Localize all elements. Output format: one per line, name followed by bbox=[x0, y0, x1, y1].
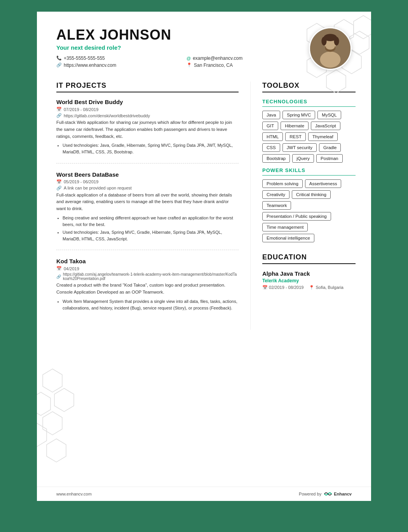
tag-javascript: JavaScript bbox=[311, 122, 340, 130]
svg-point-20 bbox=[321, 37, 326, 46]
tag-java: Java bbox=[262, 111, 280, 119]
project-3-title: Kod Takoa bbox=[56, 258, 239, 264]
project-3-bullets: Work Item Management System that provide… bbox=[56, 298, 239, 311]
location-icon: 📍 bbox=[187, 63, 192, 68]
tag-creativity: Creativity bbox=[262, 190, 289, 199]
phone-number: +355-5555-555-555 bbox=[64, 56, 105, 61]
tag-mysql: MySQL bbox=[317, 111, 341, 119]
brand-name: Enhancv bbox=[334, 492, 352, 496]
edu-degree: Alpha Java Track bbox=[262, 270, 356, 277]
svg-point-18 bbox=[326, 44, 335, 50]
project-2-title: Worst Beers DataBase bbox=[56, 171, 239, 178]
location-text: San Francisco, CA bbox=[194, 63, 233, 68]
power-skills-subtitle: POWER SKILLS bbox=[262, 167, 356, 176]
project-3-link: 🔗 https://gitlab.com/aj.angelov/teamwork… bbox=[56, 272, 239, 281]
toolbox-section: TOOLBOX TECHNOLOGIES Java Spring MVC MyS… bbox=[262, 82, 356, 242]
avatar-image bbox=[310, 27, 350, 70]
tag-jwt: JWT security bbox=[282, 143, 317, 152]
svg-marker-10 bbox=[37, 392, 51, 416]
project-2-dates: 📅 05/2019 - 06/2019 bbox=[56, 179, 239, 184]
project-2: Worst Beers DataBase 📅 05/2019 - 06/2019… bbox=[56, 171, 239, 250]
project-3: Kod Takoa 📅 04/2019 🔗 https://gitlab.com… bbox=[56, 258, 239, 319]
it-projects-section: IT PROJECTS World Best Drive Buddy 📅 07/… bbox=[56, 82, 239, 319]
tag-css: CSS bbox=[262, 143, 280, 152]
left-column: IT PROJECTS World Best Drive Buddy 📅 07/… bbox=[37, 82, 251, 330]
tag-hibernate: Hibernate bbox=[281, 122, 309, 130]
edu-institution: Telerik Academy bbox=[262, 278, 356, 283]
location-icon-edu: 📍 bbox=[309, 285, 314, 290]
tag-html: HTML bbox=[262, 132, 283, 141]
project-2-bullet-1: Being creative and seeking different app… bbox=[63, 215, 239, 228]
tag-emotional-intelligence: Emotional intelligence bbox=[262, 234, 314, 242]
project-3-desc: Created a product with the brand "Kod Ta… bbox=[56, 282, 239, 296]
candidate-name: ALEX JOHNSON bbox=[56, 27, 309, 43]
svg-point-16 bbox=[320, 52, 341, 68]
enhancv-icon bbox=[324, 491, 332, 497]
svg-marker-8 bbox=[43, 369, 62, 392]
candidate-role: Your next desired role? bbox=[56, 44, 309, 51]
tag-postman: Postman bbox=[316, 154, 342, 163]
link-icon-3: 🔗 bbox=[56, 186, 62, 191]
svg-point-21 bbox=[334, 37, 339, 46]
tag-teamwork: Teamwork bbox=[262, 201, 291, 210]
project-1-desc: Full-stack Web application for sharing c… bbox=[56, 119, 239, 140]
project-1-link: 🔗 https://gitlab.com/denski/worldbestdri… bbox=[56, 113, 239, 118]
project-1-bullets: Used technologies: Java, Gradle, Hiberna… bbox=[56, 142, 239, 155]
tag-jquery: jQuery bbox=[292, 154, 314, 163]
header-left: ALEX JOHNSON Your next desired role? 📞 +… bbox=[56, 27, 309, 68]
education-section: EDUCATION Alpha Java Track Telerik Acade… bbox=[262, 253, 356, 290]
power-skills-tags: Problem solving Assertiveness Creativity… bbox=[262, 179, 356, 242]
tag-git: GIT bbox=[262, 122, 278, 130]
svg-marker-9 bbox=[54, 388, 74, 412]
footer: www.enhancv.com Powered by Enhancv bbox=[37, 487, 371, 501]
it-projects-title: IT PROJECTS bbox=[56, 82, 239, 92]
education-title: EDUCATION bbox=[262, 253, 356, 264]
email-address: example@enhancv.com bbox=[193, 56, 242, 61]
tag-assertiveness: Assertiveness bbox=[305, 179, 342, 188]
project-2-bullets: Being creative and seeking different app… bbox=[56, 215, 239, 242]
edu-location: 📍 Sofia, Bulgaria bbox=[309, 285, 343, 290]
resume-page: ALEX JOHNSON Your next desired role? 📞 +… bbox=[37, 12, 371, 501]
tag-rest: REST bbox=[285, 132, 306, 141]
tag-critical-thinking: Critical thinking bbox=[292, 190, 331, 199]
footer-brand: Powered by Enhancv bbox=[299, 491, 352, 497]
main-content: IT PROJECTS World Best Drive Buddy 📅 07/… bbox=[37, 78, 371, 345]
project-1-bullet-1: Used technologies: Java, Gradle, Hiberna… bbox=[63, 142, 239, 155]
right-column: TOOLBOX TECHNOLOGIES Java Spring MVC MyS… bbox=[251, 82, 371, 330]
footer-url: www.enhancv.com bbox=[56, 492, 92, 496]
project-3-bullet-1: Work Item Management System that provide… bbox=[63, 298, 239, 311]
tag-gradle: Gradle bbox=[319, 143, 341, 152]
calendar-icon-3: 📅 bbox=[56, 266, 62, 271]
tag-thymeleaf: Thymeleaf bbox=[308, 132, 338, 141]
enhancv-logo: Enhancv bbox=[324, 491, 352, 497]
edu-dates: 📅 02/2019 - 08/2019 bbox=[262, 285, 303, 290]
phone-icon: 📞 bbox=[56, 56, 62, 61]
project-2-desc: Full-stack application of a database of … bbox=[56, 192, 239, 212]
tag-spring-mvc: Spring MVC bbox=[282, 111, 315, 119]
project-2-bullet-2: Used technologies: Java, Spring MVC, Gra… bbox=[63, 229, 239, 242]
contact-grid: 📞 +355-5555-555-555 @ example@enhancv.co… bbox=[56, 56, 309, 68]
svg-marker-12 bbox=[37, 423, 47, 447]
svg-marker-11 bbox=[43, 412, 62, 435]
phone-contact: 📞 +355-5555-555-555 bbox=[56, 56, 179, 61]
header: ALEX JOHNSON Your next desired role? 📞 +… bbox=[37, 12, 371, 78]
edu-meta: 📅 02/2019 - 08/2019 📍 Sofia, Bulgaria bbox=[262, 285, 356, 290]
tag-time-management: Time management bbox=[262, 223, 308, 231]
website-contact: 🔗 https://www.enhancv.com bbox=[56, 63, 179, 68]
email-contact: @ example@enhancv.com bbox=[187, 56, 309, 61]
calendar-icon-edu: 📅 bbox=[262, 285, 268, 290]
powered-by-text: Powered by bbox=[299, 492, 321, 496]
project-1-dates: 📅 07/2019 - 08/2019 bbox=[56, 107, 239, 112]
tag-problem-solving: Problem solving bbox=[262, 179, 303, 188]
project-3-dates: 📅 04/2019 bbox=[56, 266, 239, 271]
technologies-tags: Java Spring MVC MySQL GIT Hibernate Java… bbox=[262, 111, 356, 163]
calendar-icon: 📅 bbox=[56, 107, 62, 112]
hex-decoration-bottom-left bbox=[37, 365, 84, 482]
website-url: https://www.enhancv.com bbox=[64, 63, 116, 68]
avatar bbox=[309, 27, 352, 70]
svg-marker-13 bbox=[47, 439, 66, 462]
link-icon: 🔗 bbox=[56, 63, 62, 68]
calendar-icon-2: 📅 bbox=[56, 179, 62, 184]
link-icon-4: 🔗 bbox=[56, 275, 61, 279]
tag-bootstrap: Bootstrap bbox=[262, 154, 290, 163]
